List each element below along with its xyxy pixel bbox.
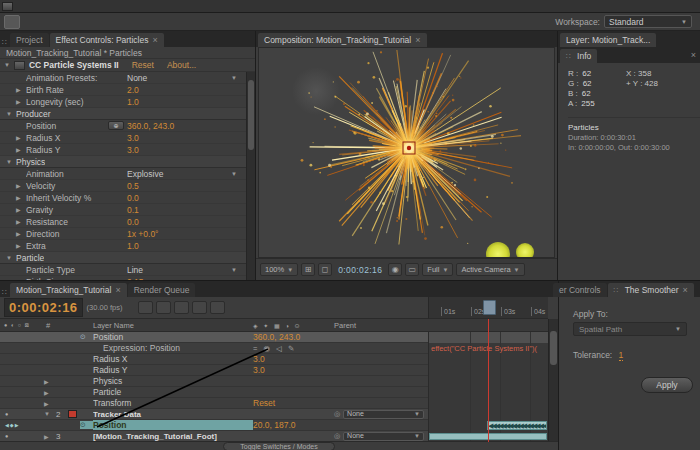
close-icon[interactable]: ×	[115, 286, 120, 294]
value-text[interactable]: 0.5	[127, 181, 139, 191]
timeline-row[interactable]: Radius X 3.0	[0, 354, 548, 365]
magnification-dropdown[interactable]: 100% ▼	[260, 263, 298, 276]
value-text[interactable]: 0.1	[127, 205, 139, 215]
parent-dropdown[interactable]: None ▼	[343, 410, 424, 419]
about-link[interactable]: About...	[167, 60, 196, 70]
close-icon[interactable]: ×	[691, 51, 696, 59]
property-value[interactable]: 3.0	[108, 133, 139, 143]
twirl-icon[interactable]: ▶	[16, 194, 26, 201]
property-value[interactable]: ⊕360.0, 243.0	[108, 121, 174, 131]
tool-button[interactable]	[148, 15, 164, 29]
row-name[interactable]: Position	[93, 332, 253, 342]
tool-button[interactable]	[94, 15, 110, 29]
property-value[interactable]: 0.0	[108, 193, 139, 203]
value-text[interactable]: 3.0	[127, 145, 139, 155]
value-text[interactable]: 3.0	[127, 133, 139, 143]
twirl-icon[interactable]: ▶	[44, 433, 56, 440]
composition-viewer[interactable]	[258, 47, 555, 258]
row-name[interactable]: [Motion_Tracking_Tutorial_Foot]	[93, 432, 253, 441]
timeline-toolbar-button[interactable]	[174, 301, 189, 314]
row-name[interactable]: Position	[93, 420, 253, 430]
timeline-row[interactable]: Expression: Position = ◉ ◁ ✎ effect("CC …	[0, 343, 548, 354]
timeline-row[interactable]: ◀◆▶ ⊙ Position 20.0, 187.0 ◀◀◀◀◀◀◀◀◀◀◀◀◀…	[0, 420, 548, 431]
effect-property-row[interactable]: ▶ Inherit Velocity % 0.0	[0, 192, 255, 204]
timeline-row[interactable]: ● ▼ 2 Tracker Data ◎ None ▼	[0, 409, 548, 420]
graph-content[interactable]: ◀◀◀◀◀◀◀◀◀◀◀◀◀◀◀◀◀◀◀◀	[487, 421, 547, 430]
property-value[interactable]: 0.1	[108, 205, 139, 215]
twirl-icon[interactable]: ▶	[16, 86, 26, 93]
row-name[interactable]: Expression: Position	[93, 343, 253, 353]
row-name[interactable]: Physics	[93, 376, 253, 386]
row-name[interactable]: Tracker Data	[93, 410, 253, 419]
workspace-dropdown[interactable]: Standard ▼	[604, 15, 692, 28]
property-value[interactable]: None	[108, 73, 147, 83]
effect-property-row[interactable]: ▼ Producer	[0, 108, 255, 120]
effect-property-row[interactable]: ▶ Gravity 0.1	[0, 204, 255, 216]
scroll-thumb[interactable]	[550, 331, 557, 365]
tool-button[interactable]	[130, 15, 146, 29]
effect-property-row[interactable]: ▶ Velocity 0.5	[0, 180, 255, 192]
timeline-toolbar-button[interactable]	[210, 301, 225, 314]
timeline-toolbar-button[interactable]	[156, 301, 171, 314]
value-text[interactable]: Line	[127, 265, 143, 275]
twirl-icon[interactable]: ▶	[16, 98, 26, 105]
layer-name-header[interactable]: Layer Name	[93, 321, 253, 330]
row-name[interactable]: Transform	[93, 398, 253, 408]
tab-render-queue[interactable]: Render Queue	[128, 283, 196, 297]
layer-color-swatch[interactable]	[68, 410, 77, 418]
twirl-icon[interactable]: ▼	[6, 255, 16, 261]
property-value[interactable]: 2.0	[108, 85, 139, 95]
twirl-icon[interactable]: ▶	[16, 230, 26, 237]
effect-enable-icon[interactable]	[14, 61, 25, 70]
playhead-line[interactable]	[488, 319, 489, 442]
camera-button[interactable]: ◉	[388, 263, 402, 276]
tab-effect-controls[interactable]: Effect Controls: Particles ×	[50, 33, 164, 47]
tab-layer[interactable]: Layer: Motion_Track...	[560, 33, 656, 47]
twirl-icon[interactable]: ▶	[16, 134, 26, 141]
tab-info[interactable]: ∷ Info	[560, 49, 597, 63]
current-time-indicator[interactable]	[483, 300, 496, 315]
property-value[interactable]: Explosive	[108, 169, 163, 179]
effect-property-row[interactable]: ▶ Extra 1.0	[0, 240, 255, 252]
tab-project[interactable]: Project	[10, 33, 48, 47]
effect-property-row[interactable]: ▶ Birth Rate 2.0	[0, 84, 255, 96]
effect-property-row[interactable]: ▶ Direction 1x +0.0°	[0, 228, 255, 240]
value-text[interactable]: None	[127, 73, 147, 83]
property-value[interactable]: 3.0	[108, 145, 139, 155]
effect-property-row[interactable]: Position ⊕360.0, 243.0	[0, 120, 255, 132]
tool-button[interactable]	[58, 15, 74, 29]
timeline-row[interactable]: ▶ Transform Reset	[0, 398, 548, 409]
twirl-icon[interactable]: ▶	[16, 146, 26, 153]
tab-composition[interactable]: Composition: Motion_Tracking_Tutorial ×	[258, 33, 427, 47]
effect-property-row[interactable]: ▶ Resistance 0.0	[0, 216, 255, 228]
scroll-thumb[interactable]	[248, 80, 254, 150]
row-value[interactable]: 360.0, 243.0	[253, 332, 330, 342]
value-text[interactable]: 0.0	[127, 193, 139, 203]
comp-time-display[interactable]: 0:00:02:16	[335, 265, 385, 275]
time-ruler[interactable]: 01s 02s 03s 04s	[428, 297, 548, 319]
effect-controls-scrollbar[interactable]	[246, 72, 255, 280]
timeline-row[interactable]: ▶ Physics	[0, 376, 548, 387]
tool-button[interactable]	[166, 15, 182, 29]
av-features-cell[interactable]: ◀◆▶	[0, 422, 44, 428]
av-features-cell[interactable]: ●	[0, 433, 44, 439]
value-text[interactable]: 360.0, 243.0	[127, 121, 174, 131]
apply-to-dropdown[interactable]: Spatial Path ▼	[573, 322, 687, 336]
apply-button[interactable]: Apply	[641, 377, 693, 393]
twirl-icon[interactable]: ▼	[6, 159, 16, 165]
property-value[interactable]: 1x +0.0°	[108, 229, 159, 239]
value-text[interactable]: Explosive	[127, 169, 163, 179]
close-icon[interactable]: ×	[683, 286, 688, 294]
toggle-switches-button[interactable]: Toggle Switches / Modes	[223, 442, 334, 450]
twirl-icon[interactable]: ▶	[16, 242, 26, 249]
effect-title-row[interactable]: ▼ CC Particle Systems II Reset About...	[0, 59, 255, 72]
tool-button[interactable]	[184, 15, 200, 29]
stopwatch-icon[interactable]: ⊙	[80, 333, 93, 341]
twirl-open-icon[interactable]: ▼	[4, 62, 10, 68]
twirl-icon[interactable]: ▶	[16, 218, 26, 225]
row-name[interactable]: Radius Y	[93, 365, 253, 375]
timeline-row[interactable]: Radius Y 3.0	[0, 365, 548, 376]
row-value[interactable]: = ◉ ◁ ✎	[253, 344, 330, 353]
close-icon[interactable]: ×	[152, 36, 157, 44]
effect-property-row[interactable]: ▶ Longevity (sec) 1.0	[0, 96, 255, 108]
